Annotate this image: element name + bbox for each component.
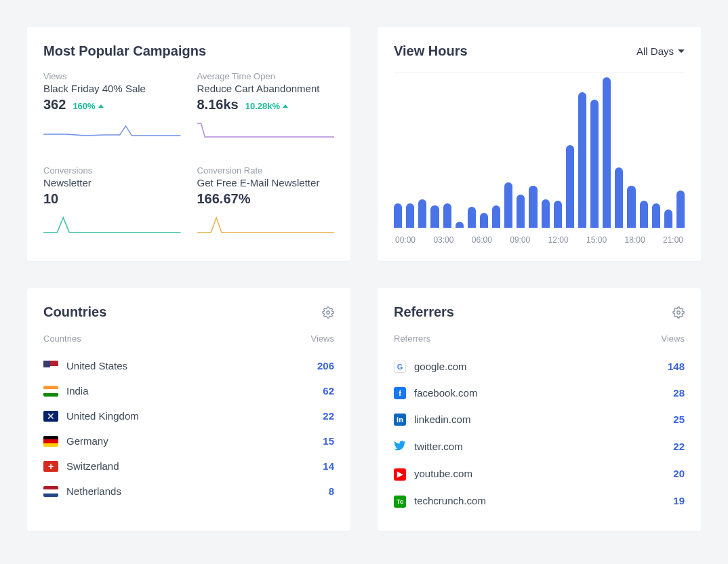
flag-icon <box>43 411 58 422</box>
metric-views: Views Black Friday 40% Sale 362 160% <box>43 71 181 146</box>
table-row[interactable]: United Kingdom22 <box>43 403 334 428</box>
metric-label: Conversions <box>43 165 181 176</box>
metric-value: 8.16ks <box>197 97 239 113</box>
referrer-name: twitter.com <box>414 441 463 452</box>
country-name: Netherlands <box>66 485 121 497</box>
view-hours-title: View Hours <box>394 43 468 59</box>
twitter-icon <box>394 439 406 451</box>
referrer-icon: ▶ <box>394 467 406 481</box>
flag-icon: + <box>43 461 58 472</box>
country-name: Switzerland <box>66 460 119 472</box>
country-value: 14 <box>323 460 334 472</box>
referrer-name: google.com <box>414 361 467 372</box>
bar <box>394 203 402 228</box>
metric-name: Get Free E-Mail Newsletter <box>197 177 335 188</box>
bar <box>517 195 525 228</box>
bar <box>615 167 623 228</box>
table-row[interactable]: Germany15 <box>43 428 334 454</box>
table-row[interactable]: India62 <box>43 378 334 403</box>
country-name: United Kingdom <box>66 410 139 422</box>
x-tick: 12:00 <box>548 235 569 245</box>
flag-icon <box>43 486 58 497</box>
referrers-card: Referrers Referrers Views Ggoogle.com148… <box>378 288 701 531</box>
referrer-value: 25 <box>673 414 685 425</box>
referrer-icon <box>394 439 406 454</box>
metric-label: Conversion Rate <box>197 165 335 176</box>
metric-name: Black Friday 40% Sale <box>43 83 181 94</box>
up-arrow-icon <box>98 104 104 108</box>
th-views: Views <box>662 334 685 344</box>
metric-value: 166.67% <box>197 191 251 207</box>
gear-icon[interactable] <box>672 306 685 319</box>
x-tick: 03:00 <box>433 235 453 245</box>
referrer-icon: f <box>394 386 406 399</box>
flag-icon <box>43 436 58 447</box>
table-row[interactable]: ffacebook.com28 <box>394 380 685 406</box>
svg-point-0 <box>327 310 330 314</box>
x-tick: 06:00 <box>472 235 492 245</box>
flag-icon <box>43 386 58 397</box>
country-value: 206 <box>317 360 334 371</box>
referrer-value: 148 <box>668 361 685 372</box>
bar <box>406 203 414 228</box>
bar <box>430 205 439 228</box>
view-hours-card: View Hours All Days 00:0003:0006:0009:00… <box>378 27 701 261</box>
th-countries: Countries <box>43 334 81 344</box>
campaigns-title: Most Popular Campaigns <box>43 43 334 59</box>
x-tick: 00:00 <box>395 235 416 245</box>
metric-conv-rate: Conversion Rate Get Free E-Mail Newslett… <box>197 165 335 241</box>
bar <box>603 77 611 228</box>
up-arrow-icon <box>283 104 288 108</box>
bar <box>652 203 660 228</box>
metric-avg-time: Average Time Open Reduce Cart Abandonmen… <box>197 71 335 146</box>
th-referrers: Referrers <box>394 334 430 344</box>
gear-icon[interactable] <box>322 306 334 319</box>
metric-value: 10 <box>43 191 58 207</box>
country-value: 8 <box>329 485 334 497</box>
table-row[interactable]: ▶youtube.com20 <box>394 460 685 487</box>
metric-label: Views <box>43 71 181 81</box>
referrer-icon: in <box>394 413 406 426</box>
referrer-icon: Tc <box>394 494 406 508</box>
referrers-title: Referrers <box>394 304 454 320</box>
dropdown-label: All Days <box>636 45 674 57</box>
metric-name: Newsletter <box>43 177 181 188</box>
x-tick: 15:00 <box>586 235 607 245</box>
bar <box>529 186 537 228</box>
table-row[interactable]: Tctechcrunch.com19 <box>394 487 685 515</box>
table-row[interactable]: +Switzerland14 <box>43 454 334 479</box>
metric-delta: 10.28k% <box>245 101 288 111</box>
bar <box>664 209 672 228</box>
bar <box>542 199 550 228</box>
bar <box>443 203 451 228</box>
metric-name: Reduce Cart Abandonment <box>197 83 335 94</box>
table-row[interactable]: United States206 <box>43 353 334 378</box>
metric-value: 362 <box>43 97 66 113</box>
referrer-value: 22 <box>673 441 685 452</box>
table-row[interactable]: twitter.com22 <box>394 432 685 460</box>
bar <box>640 201 648 228</box>
sparkline-conv-rate <box>197 214 335 238</box>
svg-point-1 <box>677 310 681 314</box>
referrer-value: 20 <box>673 468 685 479</box>
referrer-value: 28 <box>673 387 685 399</box>
referrer-name: techcrunch.com <box>414 495 486 506</box>
sparkline-views <box>43 119 181 144</box>
table-row[interactable]: Netherlands8 <box>43 479 334 504</box>
bar <box>468 207 476 228</box>
countries-title: Countries <box>43 304 106 320</box>
referrer-name: facebook.com <box>414 387 477 399</box>
bar <box>492 205 500 228</box>
bar <box>676 190 685 228</box>
campaigns-card: Most Popular Campaigns Views Black Frida… <box>27 27 350 261</box>
table-row[interactable]: Ggoogle.com148 <box>394 353 685 380</box>
bar <box>578 92 586 228</box>
referrer-value: 19 <box>673 495 685 506</box>
country-value: 15 <box>323 435 334 447</box>
referrer-icon: G <box>394 360 406 373</box>
country-value: 62 <box>323 385 334 397</box>
x-tick: 09:00 <box>510 235 530 245</box>
view-hours-dropdown[interactable]: All Days <box>636 45 685 57</box>
table-row[interactable]: inlinkedin.com25 <box>394 406 685 432</box>
x-tick: 18:00 <box>625 235 645 245</box>
